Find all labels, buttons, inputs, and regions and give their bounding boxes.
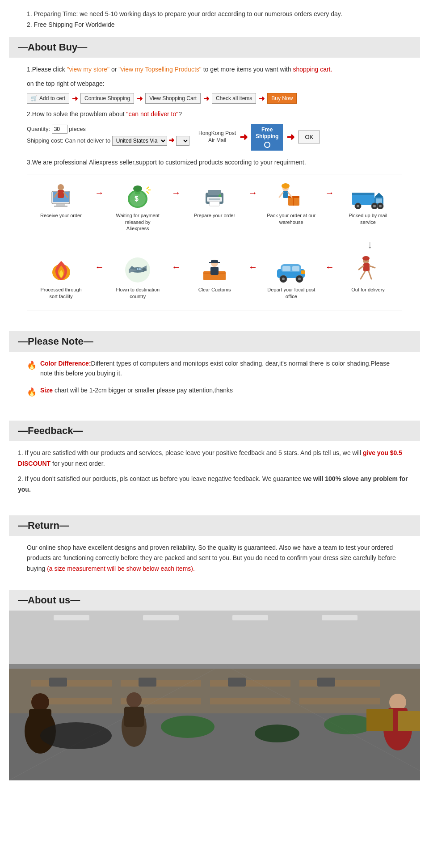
workflow-icon-8: [197, 253, 232, 284]
intro-section: 1. Preparing Time: we need 5-10 working …: [9, 4, 420, 37]
svg-rect-75: [143, 615, 179, 620]
about-buy-para1: 1.Please click "view my store" or "view …: [27, 64, 402, 74]
workflow-arrow-1: →: [95, 188, 104, 198]
svg-rect-33: [376, 198, 382, 203]
workflow-icon-1: [43, 179, 79, 210]
about-us-content: [9, 611, 420, 780]
svg-point-68: [142, 268, 147, 271]
check-items-btn[interactable]: Check all items: [212, 93, 256, 104]
svg-point-69: [139, 268, 141, 270]
workflow-arrow-2: →: [172, 188, 181, 198]
workflow-arrow-8: ←: [95, 262, 104, 272]
arrow3: ➜: [203, 94, 209, 103]
return-header: —Return—: [9, 515, 420, 536]
svg-rect-56: [301, 270, 305, 274]
workflow-label-8: Clear Cuctoms: [198, 287, 231, 293]
svg-line-46: [370, 266, 375, 268]
svg-rect-95: [124, 707, 144, 727]
workflow-icon-6: [350, 253, 386, 284]
quantity-input[interactable]: [52, 125, 67, 134]
note-text-2: Size chart will be 1-2cm bigger or small…: [40, 385, 233, 395]
workflow-row1: Receive your order → $: [32, 179, 397, 232]
arrow4: ➜: [259, 94, 265, 103]
svg-rect-3: [54, 206, 67, 207]
about-buy-content: 1.Please click "view my store" or "view …: [9, 58, 420, 324]
workflow-label-7: Depart your local post office: [267, 287, 316, 299]
please-note-section: —Please Note— 🔥 Color Difference:Differe…: [9, 331, 420, 414]
workflow-arrow-3: →: [248, 188, 257, 198]
please-note-content: 🔥 Color Difference:Different types of co…: [9, 352, 420, 414]
svg-rect-50: [282, 266, 290, 271]
deliver-section: Quantity: pieces Shipping cost: Can not …: [27, 124, 402, 151]
workflow-arrow-6: ←: [248, 262, 257, 272]
svg-point-53: [282, 278, 285, 280]
workflow-label-2: Waiting for payment released by Aliexpre…: [113, 212, 162, 232]
workflow-label-5: Picked up by mail service: [343, 212, 392, 225]
cannot-deliver-para: 2.How to solve the prowblem about "can n…: [27, 109, 402, 119]
deliver-left: Quantity: pieces Shipping cost: Can not …: [27, 124, 189, 147]
about-buy-para4: 3.We are professional Aliexpress seller,…: [27, 157, 402, 167]
svg-rect-99: [49, 678, 67, 687]
buy-now-btn[interactable]: Buy Now: [267, 93, 297, 104]
svg-point-104: [255, 725, 299, 742]
shipping-via-select[interactable]: United States Via: [112, 136, 167, 146]
workflow-label-4: Pack your order at our warehouse: [267, 212, 316, 225]
svg-point-4: [58, 184, 64, 190]
arrow6: ➜: [286, 131, 294, 143]
continue-shopping-btn[interactable]: Continue Shopping: [80, 93, 134, 104]
svg-rect-87: [299, 698, 380, 704]
about-buy-header: —About Buy—: [9, 37, 420, 58]
shipping-method-select[interactable]: [176, 136, 189, 146]
workflow-icon-5: [350, 179, 386, 210]
svg-rect-5: [58, 190, 64, 198]
return-content: Our online shop have excellent designs a…: [9, 536, 420, 583]
workflow-icon-4: [273, 179, 309, 210]
view-topselling-link[interactable]: "view my Topselling Products": [118, 66, 202, 73]
note-item-2: 🔥 Size chart will be 1-2cm bigger or sma…: [27, 385, 402, 399]
arrow2: ➜: [137, 94, 143, 103]
feedback-content: 1. If you are satisfied with our product…: [9, 441, 420, 508]
svg-point-21: [219, 194, 221, 197]
workflow-item-9: Flown to destination country: [113, 253, 162, 299]
shopping-cart-link[interactable]: shopping cart.: [293, 66, 332, 73]
about-us-section: —About us—: [9, 590, 420, 780]
svg-point-37: [373, 205, 376, 207]
svg-point-70: [137, 268, 139, 270]
svg-rect-77: [322, 615, 358, 620]
intro-line2: 2. Free Shipping For Worldwide: [27, 20, 402, 30]
svg-point-103: [161, 716, 214, 738]
svg-marker-32: [374, 193, 383, 197]
view-store-link[interactable]: "view my store": [67, 66, 109, 73]
view-cart-btn[interactable]: View Shopping Cart: [145, 93, 201, 104]
about-us-header: —About us—: [9, 590, 420, 611]
note-item-1: 🔥 Color Difference:Different types of co…: [27, 358, 402, 379]
svg-rect-60: [210, 267, 219, 275]
svg-point-35: [357, 205, 359, 207]
svg-line-15: [147, 191, 149, 194]
page-wrapper: 1. Preparing Time: we need 5-10 working …: [0, 0, 429, 785]
svg-point-55: [298, 278, 301, 280]
return-link[interactable]: (a size measurement will be show below e…: [47, 565, 195, 572]
workflow-item-6: Out for delivery: [344, 253, 393, 293]
svg-rect-76: [232, 615, 268, 620]
workflow-label-9: Flown to destination country: [113, 287, 162, 299]
workflow-item-10: Processed through sort facility: [37, 253, 86, 299]
add-to-cart-btn[interactable]: 🛒 Add to cert: [27, 93, 69, 104]
workflow-arrow-7: ←: [172, 262, 181, 272]
svg-line-45: [359, 266, 363, 270]
workflow-icon-2: $: [120, 179, 156, 210]
arrow1: ➜: [72, 94, 78, 103]
workflow-arrow-5: ←: [325, 262, 334, 272]
about-buy-para2: on the top right of webpage:: [27, 79, 402, 88]
free-shipping-box: Free Shipping: [251, 124, 283, 151]
note-icon-1: 🔥: [27, 359, 37, 372]
return-section: —Return— Our online shop have excellent …: [9, 515, 420, 583]
return-text: Our online shop have excellent designs a…: [27, 543, 402, 574]
ok-button[interactable]: OK: [298, 131, 320, 143]
svg-rect-102: [317, 678, 335, 687]
svg-point-11: [133, 185, 142, 192]
workflow-label-6: Out for delivery: [351, 287, 385, 293]
svg-rect-74: [54, 615, 89, 620]
workflow-item-7: Depart your local post office: [267, 253, 316, 299]
svg-rect-62: [209, 262, 220, 263]
